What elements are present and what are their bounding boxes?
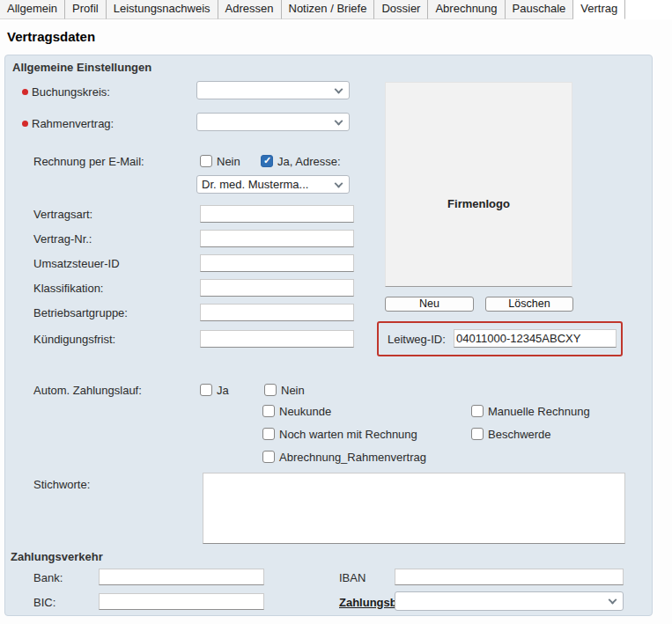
vertragsart-label: Vertragsart: [33,208,92,221]
manuelle-rechnung-label: Manuelle Rechnung [488,405,590,418]
email-nein-label: Nein [217,155,240,168]
email-ja-adresse-checkbox[interactable] [261,155,273,167]
umsatzsteuer-id-label: Umsatzsteuer-ID [33,257,120,270]
betriebsartgruppe-input[interactable] [200,304,354,321]
tab-profil[interactable]: Profil [65,0,107,19]
leitweg-id-label: Leitweg-ID: [388,333,446,346]
abrechnung-rahmenvertrag-label: Abrechnung_Rahmenvertrag [279,451,426,464]
iban-input[interactable] [395,569,624,585]
chevron-down-icon [335,179,343,187]
zahlungsbed-select[interactable] [395,591,624,611]
neu-button[interactable]: Neu [385,297,474,312]
kuendigungsfrist-label: Kündigungsfrist: [33,333,115,346]
rahmenvertrag-label: Rahmenvertrag: [32,117,114,130]
buchungskreis-select[interactable] [196,81,350,99]
noch-warten-label: Noch warten mit Rechnung [279,428,417,441]
tab-leistungsnachweis[interactable]: Leistungsnachweis [107,0,218,19]
email-address-select[interactable]: Dr. med. Musterma... [196,175,350,194]
email-address-selected-value: Dr. med. Musterma... [202,178,308,191]
tab-vertrag[interactable]: Vertrag [573,0,625,19]
noch-warten-checkbox[interactable] [262,428,275,440]
chevron-down-icon [335,116,343,125]
vertrag-page: Allgemein Profil Leistungsnachweis Adres… [0,0,672,624]
zahlungslauf-ja-checkbox[interactable] [200,384,212,396]
tab-pauschale[interactable]: Pauschale [506,0,574,19]
kuendigungsfrist-input[interactable] [200,330,354,348]
chevron-down-icon [335,84,343,93]
leitweg-id-input[interactable] [454,329,617,348]
buchungskreis-label: Buchungskreis: [32,85,110,99]
email-nein-checkbox[interactable] [200,155,212,167]
firmenlogo-label: Firmenlogo [447,197,510,210]
loeschen-button[interactable]: Löschen [485,297,573,312]
bank-input[interactable] [99,569,264,585]
betriebsartgruppe-label: Betriebsartgruppe: [33,306,128,319]
rahmenvertrag-select[interactable] [196,113,350,131]
vertragsart-input[interactable] [200,205,354,223]
manuelle-rechnung-checkbox[interactable] [471,405,484,417]
section-title-zahlungsverkehr: Zahlungsverkehr [11,550,103,563]
rechnung-email-label: Rechnung per E-Mail: [33,155,144,168]
bic-label: BIC: [33,596,55,609]
vertrag-nr-label: Vertrag-Nr.: [33,232,92,246]
autom-zahlungslauf-label: Autom. Zahlungslauf: [33,384,142,397]
stichworte-textarea[interactable] [203,473,625,544]
klassifikation-input[interactable] [200,279,354,297]
section-title-allgemeine-einstellungen: Allgemeine Einstellungen [12,61,151,74]
klassifikation-label: Klassifikation: [33,282,103,295]
beschwerde-label: Beschwerde [488,428,551,441]
bic-input[interactable] [99,593,264,610]
iban-label: IBAN [339,571,366,584]
tab-allgemein[interactable]: Allgemein [0,0,65,19]
tab-adressen[interactable]: Adressen [218,0,282,19]
page-title: Vertragsdaten [7,29,95,44]
required-marker-icon [22,121,28,127]
tab-dossier[interactable]: Dossier [374,0,428,19]
zahlungslauf-ja-label: Ja [217,384,229,397]
firmenlogo-placeholder: Firmenlogo [385,82,572,287]
stichworte-label: Stichworte: [33,478,90,491]
zahlungslauf-nein-checkbox[interactable] [264,384,277,396]
tab-abrechnung[interactable]: Abrechnung [428,0,505,19]
vertrag-nr-input[interactable] [200,230,354,247]
neukunde-checkbox[interactable] [262,405,275,417]
required-marker-icon [22,89,28,95]
zahlungslauf-nein-label: Nein [281,384,305,397]
neukunde-label: Neukunde [279,405,331,418]
tab-bar: Allgemein Profil Leistungsnachweis Adres… [0,0,672,19]
chevron-down-icon [609,596,617,605]
email-ja-adresse-label: Ja, Adresse: [277,155,341,168]
beschwerde-checkbox[interactable] [471,428,484,440]
umsatzsteuer-id-input[interactable] [200,254,354,272]
bank-label: Bank: [33,571,63,584]
abrechnung-rahmenvertrag-checkbox[interactable] [262,451,275,463]
tab-notizen-briefe[interactable]: Notizen / Briefe [282,0,375,19]
